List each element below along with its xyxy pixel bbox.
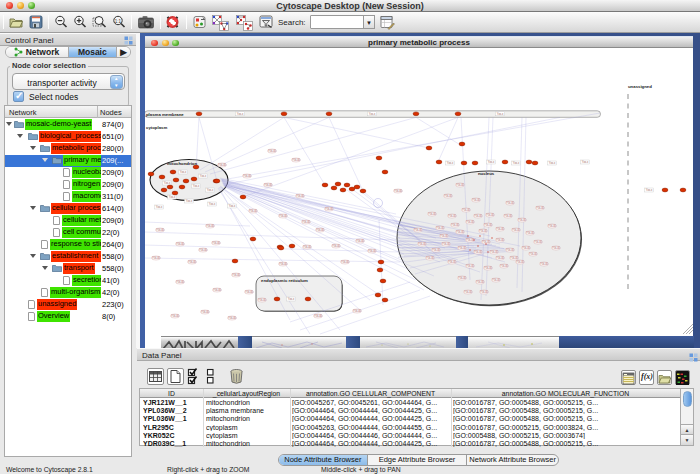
svg-text:YGL00: YGL00 — [476, 280, 485, 284]
svg-text:YGL00: YGL00 — [414, 228, 423, 232]
svg-text:plasma membrane: plasma membrane — [146, 112, 184, 117]
svg-text:mitochondrion: mitochondrion — [167, 161, 197, 166]
svg-text:YGL00: YGL00 — [518, 218, 527, 222]
svg-text:Yxx-x: Yxx-x — [200, 174, 207, 178]
svg-text:YGL00: YGL00 — [218, 163, 227, 167]
svg-text:YGL00: YGL00 — [472, 198, 481, 202]
svg-text:YGL00: YGL00 — [228, 316, 237, 320]
svg-text:YGL00: YGL00 — [496, 256, 505, 260]
svg-text:Yxx-x: Yxx-x — [209, 202, 216, 206]
svg-text:YGL00: YGL00 — [258, 298, 267, 302]
svg-text:YGL00: YGL00 — [232, 273, 241, 277]
svg-text:YGL00: YGL00 — [171, 314, 180, 318]
svg-text:YGL00: YGL00 — [506, 248, 515, 252]
svg-text:YGL00: YGL00 — [448, 260, 457, 264]
svg-text:endoplasmic reticulum: endoplasmic reticulum — [261, 278, 308, 283]
svg-text:YGL00: YGL00 — [303, 245, 312, 249]
svg-text:Yxx-x: Yxx-x — [237, 112, 244, 116]
svg-text:Yxx-x: Yxx-x — [180, 170, 187, 174]
svg-text:Yxx-x: Yxx-x — [447, 161, 454, 165]
svg-text:YGL00: YGL00 — [548, 224, 557, 228]
svg-text:Yxx-x: Yxx-x — [193, 184, 200, 188]
svg-text:YGL00: YGL00 — [341, 260, 350, 264]
svg-text:YGL00: YGL00 — [540, 262, 549, 266]
svg-text:Yxx-x: Yxx-x — [169, 195, 176, 199]
svg-text:YGL00: YGL00 — [506, 201, 515, 205]
svg-text:YGL00: YGL00 — [480, 290, 489, 294]
svg-text:Yxx-x: Yxx-x — [229, 204, 236, 208]
svg-text:Yxx-x: Yxx-x — [156, 205, 163, 209]
svg-text:Yxx-x: Yxx-x — [488, 160, 495, 164]
svg-text:YGL00: YGL00 — [474, 250, 483, 254]
svg-text:YGL00: YGL00 — [279, 214, 288, 218]
svg-text:Yxx-x: Yxx-x — [288, 297, 295, 301]
svg-text:YGL00: YGL00 — [500, 264, 509, 268]
svg-text:YGL00: YGL00 — [418, 242, 427, 246]
svg-text:Yxx-x: Yxx-x — [497, 112, 504, 116]
svg-text:YGL00: YGL00 — [510, 256, 519, 260]
svg-text:unassigned: unassigned — [628, 84, 652, 89]
svg-text:YGL00: YGL00 — [536, 206, 545, 210]
svg-text:YGL00: YGL00 — [466, 264, 475, 268]
svg-text:YGL00: YGL00 — [484, 223, 493, 227]
svg-text:YGL00: YGL00 — [292, 158, 301, 162]
svg-text:YGL00: YGL00 — [152, 256, 161, 260]
svg-text:YGL00: YGL00 — [466, 238, 475, 242]
svg-text:YGL00: YGL00 — [496, 238, 505, 242]
svg-text:YGL00: YGL00 — [479, 229, 488, 233]
svg-text:YGL00: YGL00 — [534, 240, 543, 244]
svg-text:YGL00: YGL00 — [156, 228, 165, 232]
svg-text:YGL00: YGL00 — [314, 314, 323, 318]
svg-text:YGL00: YGL00 — [466, 220, 475, 224]
svg-text:YGL00: YGL00 — [268, 149, 277, 153]
svg-text:YGL00: YGL00 — [496, 227, 505, 231]
svg-text:YGL00: YGL00 — [436, 226, 445, 230]
svg-text:YGL00: YGL00 — [243, 174, 252, 178]
svg-text:YGL00: YGL00 — [245, 290, 254, 294]
svg-text:YGL00: YGL00 — [206, 224, 215, 228]
svg-text:YGL00: YGL00 — [492, 278, 501, 282]
svg-text:YGL00: YGL00 — [356, 239, 365, 243]
svg-text:YGL00: YGL00 — [199, 248, 208, 252]
svg-text:YGL00: YGL00 — [368, 249, 377, 253]
svg-text:Yxx-x: Yxx-x — [646, 188, 653, 192]
svg-text:YGL00: YGL00 — [448, 214, 457, 218]
svg-text:YGL00: YGL00 — [440, 234, 449, 238]
svg-text:YGL00: YGL00 — [176, 242, 185, 246]
svg-text:YGL00: YGL00 — [316, 228, 325, 232]
svg-text:Yxx-x: Yxx-x — [549, 161, 556, 165]
svg-text:YGL00: YGL00 — [464, 290, 473, 294]
svg-text:YGL00: YGL00 — [426, 256, 435, 260]
svg-text:Yxx-x: Yxx-x — [582, 160, 589, 164]
svg-text:YGL00: YGL00 — [332, 244, 341, 248]
svg-text:YGL00: YGL00 — [458, 276, 467, 280]
svg-text:YGL00: YGL00 — [484, 266, 493, 270]
svg-text:YGL00: YGL00 — [456, 230, 465, 234]
svg-text:YGL00: YGL00 — [512, 228, 521, 232]
svg-text:YGL00: YGL00 — [462, 208, 471, 212]
svg-text:YGL00: YGL00 — [296, 194, 305, 198]
svg-text:YGL00: YGL00 — [279, 262, 288, 266]
svg-text:YGL00: YGL00 — [428, 212, 437, 216]
svg-text:YGL00: YGL00 — [432, 248, 441, 252]
svg-text:Yxx-x: Yxx-x — [186, 199, 193, 203]
svg-text:YGL00: YGL00 — [522, 246, 531, 250]
svg-text:YGL00: YGL00 — [486, 213, 495, 217]
svg-text:YGL00: YGL00 — [529, 252, 538, 256]
svg-text:YGL00: YGL00 — [325, 207, 334, 211]
svg-text:YGL00: YGL00 — [451, 223, 460, 227]
svg-text:YGL00: YGL00 — [474, 214, 483, 218]
svg-text:Yxx-x: Yxx-x — [164, 181, 171, 185]
svg-text:cytoplasm: cytoplasm — [146, 125, 167, 130]
svg-text:YGL00: YGL00 — [490, 250, 499, 254]
svg-text:YGL00: YGL00 — [264, 183, 273, 187]
svg-text:YGL00: YGL00 — [213, 288, 222, 292]
svg-text:YGL00: YGL00 — [526, 231, 535, 235]
svg-text:YGL00: YGL00 — [552, 246, 561, 250]
svg-text:YGL00: YGL00 — [456, 183, 465, 187]
svg-text:YGL00: YGL00 — [394, 189, 403, 193]
svg-text:nucleus: nucleus — [478, 171, 495, 176]
svg-text:YGL00: YGL00 — [188, 260, 197, 264]
svg-text:1:1: 1:1 — [115, 19, 122, 24]
svg-text:YGL00: YGL00 — [201, 310, 210, 314]
